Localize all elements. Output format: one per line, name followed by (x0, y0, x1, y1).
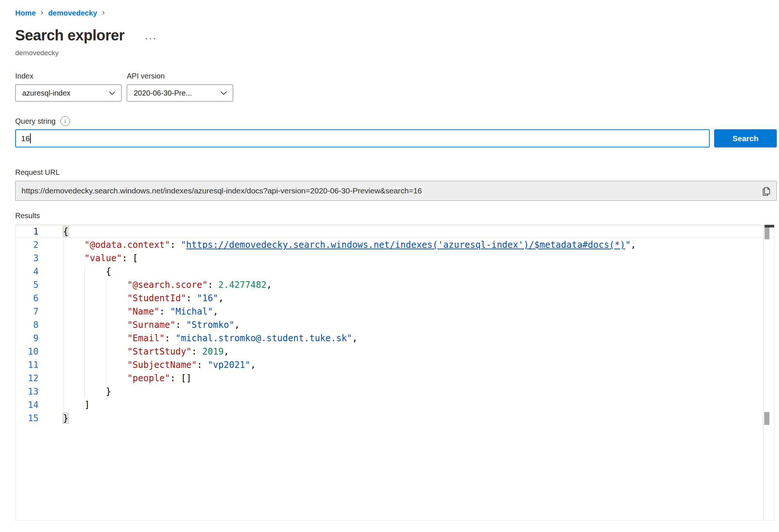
code-line[interactable]: 13 } (16, 385, 774, 398)
code-token: "StudentId" (127, 293, 186, 303)
index-select-value: azuresql-index (22, 89, 70, 97)
code-token (63, 373, 127, 383)
overview-ruler-cursor-mark (765, 225, 774, 227)
api-version-field: API version 2020-06-30-Pre... (127, 72, 233, 102)
code-tokens: "SubjectName": "vp2021", (63, 360, 256, 370)
code-tokens: "StudentId": "16", (63, 293, 224, 303)
code-token (63, 293, 127, 303)
results-editor[interactable]: 1{2 "@odata.context": "https://demovedec… (15, 225, 775, 521)
code-token: " (181, 240, 186, 250)
code-line-content: "SubjectName": "vp2021", (63, 358, 774, 372)
code-token: , (234, 320, 239, 330)
code-token (63, 253, 84, 263)
code-token: } (63, 413, 68, 423)
code-token: "Michal" (170, 306, 213, 317)
code-tokens: "StartStudy": 2019, (63, 346, 229, 357)
info-icon[interactable]: i (60, 116, 70, 126)
code-token: "vp2021" (208, 360, 251, 370)
code-token: "Surname" (127, 320, 175, 330)
index-field: Index azuresql-index (15, 72, 122, 102)
code-token: , (223, 346, 229, 357)
code-token: "michal.stromko@.student.tuke.sk" (175, 333, 352, 343)
code-line-content: "Name": "Michal", (63, 305, 774, 318)
code-line-content: } (63, 385, 774, 398)
more-options-button[interactable]: ··· (145, 36, 157, 40)
code-token: "16" (197, 293, 218, 303)
code-line[interactable]: 8 "Surname": "Stromko", (16, 318, 774, 332)
api-version-select[interactable]: 2020-06-30-Pre... (127, 84, 233, 102)
query-string-label: Query string (15, 117, 56, 126)
line-number: 2 (16, 238, 63, 252)
copy-icon[interactable] (761, 186, 772, 197)
code-line[interactable]: 3 "value": [ (16, 252, 774, 265)
code-line-content: "Email": "michal.stromko@.student.tuke.s… (63, 332, 774, 345)
code-line[interactable]: 9 "Email": "michal.stromko@.student.tuke… (16, 332, 774, 345)
code-token: "@search.score" (127, 280, 208, 290)
code-line[interactable]: 2 "@odata.context": "https://demovedecky… (16, 238, 774, 252)
code-token: 2019 (202, 346, 224, 357)
line-number: 3 (16, 252, 63, 265)
code-tokens: "Surname": "Stromko", (63, 320, 240, 330)
code-line-content: "StartStudy": 2019, (63, 345, 774, 358)
breadcrumb-home-link[interactable]: Home (15, 9, 36, 17)
overview-ruler-bracket-mark (764, 412, 769, 425)
code-token: "Stromko" (186, 320, 234, 330)
breadcrumb-service-link[interactable]: demovedecky (48, 9, 97, 17)
code-token: ] (84, 400, 90, 410)
code-tokens: } (63, 386, 111, 397)
line-number: 9 (16, 332, 63, 345)
link-token[interactable]: https://demovedecky.search.windows.net/i… (186, 240, 625, 250)
code-token: : (208, 280, 218, 290)
code-tokens: "@search.score": 2.4277482, (63, 280, 272, 290)
code-token: "@odata.context" (84, 240, 170, 250)
code-token (63, 386, 106, 397)
scrollbar-thumb[interactable] (765, 227, 769, 239)
code-line-content: "value": [ (63, 252, 774, 265)
code-token (63, 240, 84, 250)
code-token: "StartStudy" (127, 346, 191, 357)
code-line[interactable]: 7 "Name": "Michal", (16, 305, 774, 318)
code-line[interactable]: 11 "SubjectName": "vp2021", (16, 358, 774, 372)
code-tokens: ] (63, 400, 90, 410)
code-token: "Email" (127, 333, 165, 343)
code-token (63, 360, 127, 370)
code-line-content: "@odata.context": "https://demovedecky.s… (63, 238, 774, 252)
code-tokens: "@odata.context": "https://demovedecky.s… (63, 240, 636, 250)
code-token: , (266, 280, 272, 290)
code-token: : [ (122, 253, 138, 263)
code-tokens: "value": [ (63, 253, 138, 263)
code-line[interactable]: 4 { (16, 265, 774, 278)
code-line[interactable]: 15} (16, 412, 774, 425)
code-line[interactable]: 6 "StudentId": "16", (16, 292, 774, 305)
code-token: : (175, 320, 186, 330)
code-token: { (106, 266, 111, 277)
code-line[interactable]: 5 "@search.score": 2.4277482, (16, 278, 774, 292)
code-token: " (625, 240, 630, 250)
code-token: : (192, 346, 202, 357)
breadcrumb-separator-icon: › (97, 8, 109, 17)
query-string-input[interactable]: 16 (15, 129, 710, 147)
index-label: Index (15, 72, 122, 80)
code-tokens: { (63, 226, 68, 237)
code-token: , (218, 293, 223, 303)
code-token: , (213, 306, 218, 317)
code-line[interactable]: 10 "StartStudy": 2019, (16, 345, 774, 358)
code-token: "value" (84, 253, 122, 263)
code-tokens: "Name": "Michal", (63, 306, 218, 317)
code-token (63, 266, 106, 277)
line-number: 6 (16, 292, 63, 305)
code-line-content: "Surname": "Stromko", (63, 318, 774, 332)
code-token (63, 280, 127, 290)
index-select[interactable]: azuresql-index (15, 84, 122, 102)
code-line[interactable]: 14 ] (16, 398, 774, 412)
code-token: : (186, 293, 197, 303)
request-url-label: Request URL (15, 168, 779, 177)
code-line[interactable]: 1{ (16, 225, 774, 238)
code-line[interactable]: 12 "people": [] (16, 372, 774, 385)
chevron-down-icon (109, 91, 115, 95)
search-button[interactable]: Search (714, 129, 777, 147)
code-line-content: "StudentId": "16", (63, 292, 774, 305)
code-token: { (63, 226, 68, 237)
line-number: 15 (16, 412, 63, 425)
breadcrumb-separator-icon: › (36, 8, 48, 17)
